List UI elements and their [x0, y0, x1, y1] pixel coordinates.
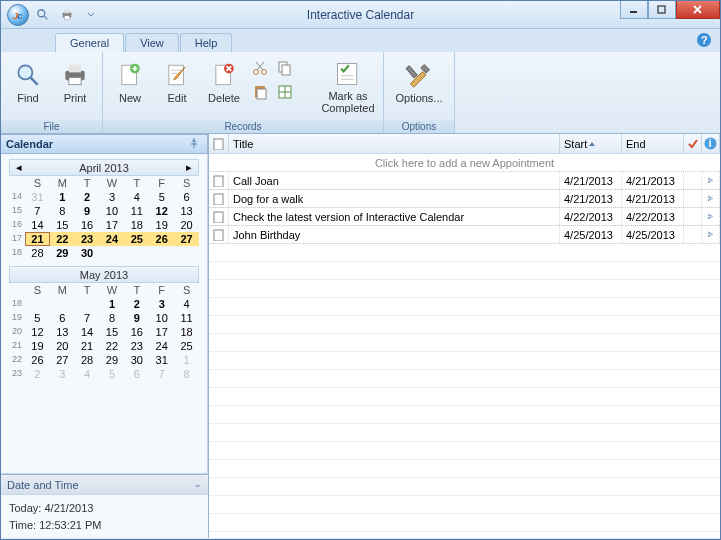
calendar-day[interactable]: 24	[149, 339, 174, 353]
tab-help[interactable]: Help	[180, 33, 233, 52]
calendar-day[interactable]: 11	[124, 204, 149, 218]
help-icon[interactable]: ?	[696, 32, 712, 48]
calendar-day[interactable]: 6	[124, 367, 149, 381]
calendar-day[interactable]: 19	[25, 339, 50, 353]
calendar-day[interactable]: 29	[100, 353, 125, 367]
row-completed[interactable]	[684, 172, 702, 189]
calendar-day[interactable]: 20	[50, 339, 75, 353]
calendar-day[interactable]: 8	[50, 204, 75, 218]
calendar-day[interactable]: 18	[124, 218, 149, 232]
calendar-day[interactable]: 2	[75, 190, 100, 204]
calendar-day[interactable]: 22	[50, 232, 75, 246]
calendar-day[interactable]: 28	[25, 246, 50, 260]
minicalendar-april[interactable]: ◂April 2013▸SMTWTFS143112345615789101112…	[9, 159, 199, 260]
calendar-day[interactable]: 9	[124, 311, 149, 325]
appointment-grid[interactable]: Call Joan4/21/20134/21/2013⪢Dog for a wa…	[209, 172, 720, 538]
print-button[interactable]: Print	[53, 55, 97, 115]
pin-icon[interactable]	[188, 137, 202, 151]
calendar-day[interactable]: 8	[174, 367, 199, 381]
row-expand-icon[interactable]: ⪢	[702, 226, 720, 243]
appointment-row[interactable]: Dog for a walk4/21/20134/21/2013⪢	[209, 190, 720, 208]
appointment-row[interactable]: John Birthday4/25/20134/25/2013⪢	[209, 226, 720, 244]
find-button[interactable]: Find	[6, 55, 50, 115]
calendar-day[interactable]: 3	[149, 297, 174, 311]
calendar-day[interactable]: 5	[149, 190, 174, 204]
calendar-day[interactable]: 16	[124, 325, 149, 339]
calendar-day[interactable]: 10	[149, 311, 174, 325]
calendar-day[interactable]: 30	[124, 353, 149, 367]
add-appointment-row[interactable]: Click here to add a new Appointment	[209, 154, 720, 172]
calendar-day[interactable]: 10	[100, 204, 125, 218]
qat-dropdown-button[interactable]	[81, 5, 101, 25]
calendar-day[interactable]: 23	[75, 232, 100, 246]
calendar-day[interactable]: 17	[149, 325, 174, 339]
appointment-row[interactable]: Check the latest version of Interactive …	[209, 208, 720, 226]
copy-button[interactable]	[274, 57, 296, 79]
calendar-day[interactable]: 3	[100, 190, 125, 204]
row-expand-icon[interactable]: ⪢	[702, 172, 720, 189]
calendar-day[interactable]: 7	[75, 311, 100, 325]
calendar-day[interactable]: 5	[25, 311, 50, 325]
calendar-day[interactable]: 21	[75, 339, 100, 353]
calendar-day[interactable]: 29	[50, 246, 75, 260]
calendar-day[interactable]: 26	[149, 232, 174, 246]
col-title[interactable]: Title	[229, 134, 560, 153]
col-end[interactable]: End	[622, 134, 684, 153]
new-button[interactable]: New	[108, 55, 152, 115]
calendar-day[interactable]: 21	[25, 232, 50, 246]
col-completed-icon[interactable]	[684, 134, 702, 153]
row-expand-icon[interactable]: ⪢	[702, 190, 720, 207]
calendar-day[interactable]: 30	[75, 246, 100, 260]
row-completed[interactable]	[684, 208, 702, 225]
qat-print-button[interactable]	[57, 5, 77, 25]
col-start[interactable]: Start	[560, 134, 622, 153]
calendar-day[interactable]: 27	[174, 232, 199, 246]
calendar-day[interactable]: 25	[174, 339, 199, 353]
col-info-icon[interactable]: i	[702, 134, 720, 153]
calendar-day[interactable]: 31	[25, 190, 50, 204]
calendar-day[interactable]: 7	[149, 367, 174, 381]
calendar-day[interactable]: 1	[100, 297, 125, 311]
minicalendar-may[interactable]: May 2013SMTWTFS1812341956789101120121314…	[9, 266, 199, 381]
calendar-day[interactable]: 6	[174, 190, 199, 204]
minimize-button[interactable]	[620, 1, 648, 19]
calendar-day[interactable]: 7	[25, 204, 50, 218]
calendar-day[interactable]: 12	[25, 325, 50, 339]
paste-button[interactable]	[249, 81, 271, 103]
calendar-day[interactable]: 14	[25, 218, 50, 232]
calendar-day[interactable]: 27	[50, 353, 75, 367]
calendar-day[interactable]: 18	[174, 325, 199, 339]
row-completed[interactable]	[684, 226, 702, 243]
calendar-day[interactable]: 1	[174, 353, 199, 367]
calendar-day[interactable]: 6	[50, 311, 75, 325]
delete-button[interactable]: Delete	[202, 55, 246, 115]
calendar-day[interactable]: 4	[174, 297, 199, 311]
calendar-day[interactable]: 1	[50, 190, 75, 204]
calendar-day[interactable]: 20	[174, 218, 199, 232]
edit-button[interactable]: Edit	[155, 55, 199, 115]
calendar-day[interactable]: 11	[174, 311, 199, 325]
close-button[interactable]	[676, 1, 720, 19]
calendar-day[interactable]: 17	[100, 218, 125, 232]
appointment-row[interactable]: Call Joan4/21/20134/21/2013⪢	[209, 172, 720, 190]
cut-button[interactable]	[249, 57, 271, 79]
next-month-button[interactable]: ▸	[182, 161, 196, 175]
calendar-day[interactable]: 3	[50, 367, 75, 381]
calendar-day[interactable]: 5	[100, 367, 125, 381]
calendar-day[interactable]: 28	[75, 353, 100, 367]
app-menu-button[interactable]: Jc	[7, 4, 29, 26]
calendar-day[interactable]: 2	[25, 367, 50, 381]
calendar-day[interactable]: 13	[174, 204, 199, 218]
maximize-button[interactable]	[648, 1, 676, 19]
calendar-day[interactable]: 15	[100, 325, 125, 339]
col-type-icon[interactable]	[209, 134, 229, 153]
refresh-button[interactable]	[274, 81, 296, 103]
calendar-day[interactable]: 26	[25, 353, 50, 367]
calendar-day[interactable]: 14	[75, 325, 100, 339]
calendar-day[interactable]: 8	[100, 311, 125, 325]
calendar-day[interactable]: 23	[124, 339, 149, 353]
options-button[interactable]: Options...	[389, 55, 449, 115]
calendar-day[interactable]: 24	[100, 232, 125, 246]
collapse-icon[interactable]: ⌄	[194, 480, 202, 489]
row-completed[interactable]	[684, 190, 702, 207]
